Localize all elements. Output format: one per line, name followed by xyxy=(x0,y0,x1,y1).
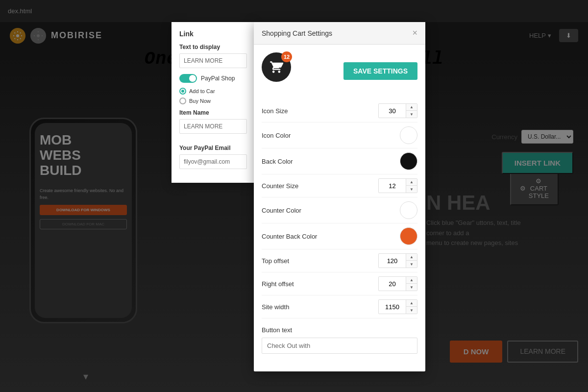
save-settings-button[interactable]: SAVE SETTINGS xyxy=(343,62,417,80)
toggle-knob xyxy=(189,75,196,82)
item-name-label: Item Name xyxy=(179,109,247,116)
counter-color-swatch[interactable] xyxy=(400,201,417,219)
button-text-label: Button text xyxy=(262,322,417,334)
cart-icon-preview: 12 xyxy=(262,52,291,82)
counter-size-input[interactable] xyxy=(379,180,406,192)
text-to-display-input[interactable] xyxy=(179,53,247,68)
counter-size-label: Counter Size xyxy=(262,182,298,190)
button-text-section: Button text xyxy=(262,318,417,354)
icon-size-up[interactable]: ▲ xyxy=(406,104,417,111)
counter-size-spinner[interactable]: ▲ ▼ xyxy=(378,178,417,193)
cart-settings-dialog: Shopping Cart Settings × 12 SAVE SETTING… xyxy=(254,22,425,371)
site-width-label: Site width xyxy=(262,303,289,311)
icon-size-label: Icon Size xyxy=(262,107,288,115)
button-text-input[interactable] xyxy=(262,338,417,354)
text-to-display-label: Text to display xyxy=(179,44,247,50)
counter-back-color-label: Counter Back Color xyxy=(262,233,317,240)
buy-now-label: Buy Now xyxy=(189,98,211,104)
counter-back-color-swatch[interactable] xyxy=(400,227,417,245)
dialog-top-row: 12 SAVE SETTINGS xyxy=(262,52,417,90)
add-to-cart-radio[interactable] xyxy=(179,88,186,95)
right-offset-label: Right offset xyxy=(262,280,294,288)
paypal-toggle-row: PayPal Shop xyxy=(179,74,247,83)
top-offset-down[interactable]: ▼ xyxy=(406,261,417,268)
right-offset-down[interactable]: ▼ xyxy=(406,284,417,291)
cart-svg-icon xyxy=(270,60,283,74)
counter-back-color-row: Counter Back Color xyxy=(262,223,417,249)
counter-color-row: Counter Color xyxy=(262,197,417,223)
buy-now-radio[interactable] xyxy=(179,98,186,104)
right-offset-row: Right offset ▲ ▼ xyxy=(262,272,417,295)
paypal-label: PayPal Shop xyxy=(201,75,235,82)
radio-inner xyxy=(181,90,184,93)
top-offset-spinner[interactable]: ▲ ▼ xyxy=(378,253,417,268)
right-offset-spinner-buttons: ▲ ▼ xyxy=(406,277,417,291)
dialog-header: Shopping Cart Settings × xyxy=(254,22,425,45)
icon-size-spinner-buttons: ▲ ▼ xyxy=(406,104,417,118)
icon-size-down[interactable]: ▼ xyxy=(406,111,417,118)
cart-badge: 12 xyxy=(281,51,292,62)
back-color-row: Back Color xyxy=(262,148,417,174)
top-offset-input[interactable] xyxy=(379,255,406,267)
back-color-swatch[interactable] xyxy=(400,152,417,170)
dialog-close-button[interactable]: × xyxy=(412,28,417,38)
counter-size-spinner-buttons: ▲ ▼ xyxy=(406,179,417,193)
icon-size-input[interactable] xyxy=(379,105,406,117)
icon-color-swatch[interactable] xyxy=(400,126,417,144)
icon-color-label: Icon Color xyxy=(262,132,291,139)
site-width-down[interactable]: ▼ xyxy=(406,307,417,314)
dialog-body: 12 SAVE SETTINGS Icon Size ▲ ▼ Icon Colo… xyxy=(254,45,425,362)
paypal-email-label: Your PayPal Email xyxy=(179,145,247,151)
top-offset-spinner-buttons: ▲ ▼ xyxy=(406,254,417,268)
paypal-email-input[interactable] xyxy=(179,154,247,169)
icon-size-spinner[interactable]: ▲ ▼ xyxy=(378,103,417,118)
counter-size-up[interactable]: ▲ xyxy=(406,179,417,186)
dialog-title: Shopping Cart Settings xyxy=(262,29,332,37)
right-offset-spinner[interactable]: ▲ ▼ xyxy=(378,276,417,291)
site-width-row: Site width ▲ ▼ xyxy=(262,295,417,318)
icon-color-row: Icon Color xyxy=(262,122,417,148)
site-width-spinner-buttons: ▲ ▼ xyxy=(406,300,417,314)
top-offset-label: Top offset xyxy=(262,257,289,265)
add-to-cart-label: Add to Car xyxy=(189,88,215,94)
back-color-label: Back Color xyxy=(262,158,293,165)
link-panel-title: Link xyxy=(179,30,247,38)
icon-size-row: Icon Size ▲ ▼ xyxy=(262,99,417,122)
top-offset-up[interactable]: ▲ xyxy=(406,254,417,261)
paypal-toggle[interactable] xyxy=(179,74,197,83)
counter-color-label: Counter Color xyxy=(262,207,301,214)
site-width-up[interactable]: ▲ xyxy=(406,300,417,307)
top-offset-row: Top offset ▲ ▼ xyxy=(262,249,417,272)
site-width-input[interactable] xyxy=(379,301,406,313)
link-panel: Link Text to display PayPal Shop Add to … xyxy=(172,22,255,183)
site-width-spinner[interactable]: ▲ ▼ xyxy=(378,299,417,314)
item-name-input[interactable] xyxy=(179,119,247,134)
counter-size-down[interactable]: ▼ xyxy=(406,186,417,193)
right-offset-input[interactable] xyxy=(379,278,406,290)
add-to-cart-row[interactable]: Add to Car xyxy=(179,88,247,95)
right-offset-up[interactable]: ▲ xyxy=(406,277,417,284)
buy-now-row[interactable]: Buy Now xyxy=(179,98,247,104)
counter-size-row: Counter Size ▲ ▼ xyxy=(262,174,417,197)
